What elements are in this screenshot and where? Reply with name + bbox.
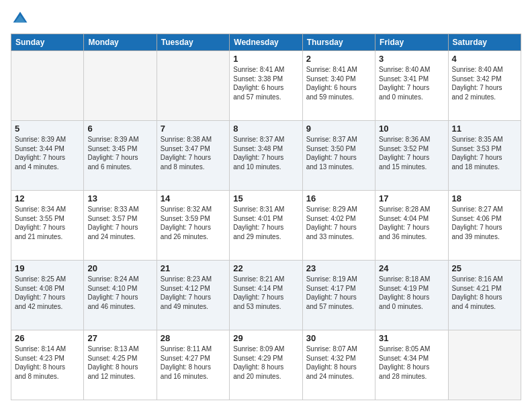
weekday-header-saturday: Saturday xyxy=(448,34,521,51)
cell-info-text: Sunrise: 8:09 AM Sunset: 4:29 PM Dayligh… xyxy=(233,345,298,381)
calendar-cell: 26Sunrise: 8:14 AM Sunset: 4:23 PM Dayli… xyxy=(11,330,84,400)
cell-info-text: Sunrise: 8:18 AM Sunset: 4:19 PM Dayligh… xyxy=(379,275,444,311)
cell-info-text: Sunrise: 8:40 AM Sunset: 3:41 PM Dayligh… xyxy=(379,65,444,101)
cell-day-number: 22 xyxy=(233,263,298,273)
cell-day-number: 6 xyxy=(87,124,152,134)
cell-day-number: 2 xyxy=(306,54,371,64)
calendar-cell: 16Sunrise: 8:29 AM Sunset: 4:02 PM Dayli… xyxy=(302,191,375,261)
calendar-row-2: 12Sunrise: 8:34 AM Sunset: 3:55 PM Dayli… xyxy=(11,191,521,261)
cell-day-number: 10 xyxy=(379,124,444,134)
calendar-cell: 14Sunrise: 8:32 AM Sunset: 3:59 PM Dayli… xyxy=(157,191,229,261)
cell-day-number: 29 xyxy=(233,333,298,343)
cell-info-text: Sunrise: 8:19 AM Sunset: 4:17 PM Dayligh… xyxy=(306,275,371,311)
calendar-cell: 29Sunrise: 8:09 AM Sunset: 4:29 PM Dayli… xyxy=(230,330,302,400)
cell-info-text: Sunrise: 8:29 AM Sunset: 4:02 PM Dayligh… xyxy=(306,205,371,241)
calendar-cell xyxy=(157,51,229,121)
calendar-cell: 4Sunrise: 8:40 AM Sunset: 3:42 PM Daylig… xyxy=(448,51,521,121)
cell-day-number: 14 xyxy=(161,193,226,203)
cell-info-text: Sunrise: 8:32 AM Sunset: 3:59 PM Dayligh… xyxy=(161,205,226,241)
cell-day-number: 30 xyxy=(306,333,371,343)
cell-info-text: Sunrise: 8:23 AM Sunset: 4:12 PM Dayligh… xyxy=(161,275,226,311)
cell-info-text: Sunrise: 8:07 AM Sunset: 4:32 PM Dayligh… xyxy=(306,345,371,381)
calendar-cell: 11Sunrise: 8:35 AM Sunset: 3:53 PM Dayli… xyxy=(448,121,521,191)
cell-day-number: 20 xyxy=(87,263,152,273)
cell-day-number: 31 xyxy=(379,333,444,343)
cell-info-text: Sunrise: 8:21 AM Sunset: 4:14 PM Dayligh… xyxy=(233,275,298,311)
calendar-row-1: 5Sunrise: 8:39 AM Sunset: 3:44 PM Daylig… xyxy=(11,121,521,191)
cell-day-number: 24 xyxy=(379,263,444,273)
cell-day-number: 7 xyxy=(161,124,226,134)
cell-info-text: Sunrise: 8:11 AM Sunset: 4:27 PM Dayligh… xyxy=(161,345,226,381)
cell-info-text: Sunrise: 8:37 AM Sunset: 3:48 PM Dayligh… xyxy=(233,135,298,171)
calendar-cell: 18Sunrise: 8:27 AM Sunset: 4:06 PM Dayli… xyxy=(448,191,521,261)
calendar-row-0: 1Sunrise: 8:41 AM Sunset: 3:38 PM Daylig… xyxy=(11,51,521,121)
cell-info-text: Sunrise: 8:41 AM Sunset: 3:38 PM Dayligh… xyxy=(233,65,298,101)
cell-info-text: Sunrise: 8:05 AM Sunset: 4:34 PM Dayligh… xyxy=(379,345,444,381)
weekday-header-wednesday: Wednesday xyxy=(230,34,302,51)
calendar-cell: 17Sunrise: 8:28 AM Sunset: 4:04 PM Dayli… xyxy=(375,191,448,261)
calendar-cell: 28Sunrise: 8:11 AM Sunset: 4:27 PM Dayli… xyxy=(157,330,229,400)
cell-info-text: Sunrise: 8:14 AM Sunset: 4:23 PM Dayligh… xyxy=(15,345,80,381)
weekday-header-sunday: Sunday xyxy=(11,34,84,51)
cell-day-number: 21 xyxy=(161,263,226,273)
cell-day-number: 18 xyxy=(452,193,517,203)
calendar-cell: 25Sunrise: 8:16 AM Sunset: 4:21 PM Dayli… xyxy=(448,261,521,330)
calendar-cell xyxy=(448,330,521,400)
calendar-cell: 1Sunrise: 8:41 AM Sunset: 3:38 PM Daylig… xyxy=(230,51,302,121)
calendar-cell: 8Sunrise: 8:37 AM Sunset: 3:48 PM Daylig… xyxy=(230,121,302,191)
cell-info-text: Sunrise: 8:25 AM Sunset: 4:08 PM Dayligh… xyxy=(15,275,80,311)
calendar-cell: 19Sunrise: 8:25 AM Sunset: 4:08 PM Dayli… xyxy=(11,261,84,330)
cell-day-number: 16 xyxy=(306,193,371,203)
header xyxy=(11,11,521,27)
cell-info-text: Sunrise: 8:13 AM Sunset: 4:25 PM Dayligh… xyxy=(87,345,152,381)
calendar-cell: 10Sunrise: 8:36 AM Sunset: 3:52 PM Dayli… xyxy=(375,121,448,191)
calendar-cell xyxy=(11,51,84,121)
calendar-cell: 7Sunrise: 8:38 AM Sunset: 3:47 PM Daylig… xyxy=(157,121,229,191)
cell-day-number: 9 xyxy=(306,124,371,134)
calendar-cell: 31Sunrise: 8:05 AM Sunset: 4:34 PM Dayli… xyxy=(375,330,448,400)
cell-info-text: Sunrise: 8:16 AM Sunset: 4:21 PM Dayligh… xyxy=(452,275,517,311)
calendar-cell: 6Sunrise: 8:39 AM Sunset: 3:45 PM Daylig… xyxy=(84,121,157,191)
page: SundayMondayTuesdayWednesdayThursdayFrid… xyxy=(0,0,532,411)
logo-icon xyxy=(12,11,28,27)
calendar-cell: 9Sunrise: 8:37 AM Sunset: 3:50 PM Daylig… xyxy=(302,121,375,191)
cell-day-number: 28 xyxy=(161,333,226,343)
cell-day-number: 15 xyxy=(233,193,298,203)
weekday-header-friday: Friday xyxy=(375,34,448,51)
weekday-header-monday: Monday xyxy=(84,34,157,51)
calendar-cell: 30Sunrise: 8:07 AM Sunset: 4:32 PM Dayli… xyxy=(302,330,375,400)
weekday-header-tuesday: Tuesday xyxy=(157,34,229,51)
calendar-cell: 27Sunrise: 8:13 AM Sunset: 4:25 PM Dayli… xyxy=(84,330,157,400)
calendar-cell: 22Sunrise: 8:21 AM Sunset: 4:14 PM Dayli… xyxy=(230,261,302,330)
calendar-row-3: 19Sunrise: 8:25 AM Sunset: 4:08 PM Dayli… xyxy=(11,261,521,330)
calendar-table: SundayMondayTuesdayWednesdayThursdayFrid… xyxy=(11,34,521,400)
calendar-cell: 13Sunrise: 8:33 AM Sunset: 3:57 PM Dayli… xyxy=(84,191,157,261)
calendar-cell: 24Sunrise: 8:18 AM Sunset: 4:19 PM Dayli… xyxy=(375,261,448,330)
cell-day-number: 13 xyxy=(87,193,152,203)
cell-day-number: 8 xyxy=(233,124,298,134)
cell-info-text: Sunrise: 8:39 AM Sunset: 3:45 PM Dayligh… xyxy=(87,135,152,171)
cell-day-number: 4 xyxy=(452,54,517,64)
cell-info-text: Sunrise: 8:34 AM Sunset: 3:55 PM Dayligh… xyxy=(15,205,80,241)
calendar-cell: 2Sunrise: 8:41 AM Sunset: 3:40 PM Daylig… xyxy=(302,51,375,121)
cell-info-text: Sunrise: 8:37 AM Sunset: 3:50 PM Dayligh… xyxy=(306,135,371,171)
cell-day-number: 5 xyxy=(15,124,80,134)
cell-day-number: 19 xyxy=(15,263,80,273)
cell-info-text: Sunrise: 8:41 AM Sunset: 3:40 PM Dayligh… xyxy=(306,65,371,101)
cell-info-text: Sunrise: 8:27 AM Sunset: 4:06 PM Dayligh… xyxy=(452,205,517,241)
cell-info-text: Sunrise: 8:33 AM Sunset: 3:57 PM Dayligh… xyxy=(87,205,152,241)
cell-day-number: 3 xyxy=(379,54,444,64)
cell-info-text: Sunrise: 8:38 AM Sunset: 3:47 PM Dayligh… xyxy=(161,135,226,171)
cell-info-text: Sunrise: 8:40 AM Sunset: 3:42 PM Dayligh… xyxy=(452,65,517,101)
cell-info-text: Sunrise: 8:28 AM Sunset: 4:04 PM Dayligh… xyxy=(379,205,444,241)
cell-day-number: 23 xyxy=(306,263,371,273)
cell-info-text: Sunrise: 8:24 AM Sunset: 4:10 PM Dayligh… xyxy=(87,275,152,311)
cell-day-number: 17 xyxy=(379,193,444,203)
calendar-cell xyxy=(84,51,157,121)
calendar-cell: 21Sunrise: 8:23 AM Sunset: 4:12 PM Dayli… xyxy=(157,261,229,330)
calendar-cell: 12Sunrise: 8:34 AM Sunset: 3:55 PM Dayli… xyxy=(11,191,84,261)
cell-info-text: Sunrise: 8:39 AM Sunset: 3:44 PM Dayligh… xyxy=(15,135,80,171)
cell-day-number: 25 xyxy=(452,263,517,273)
cell-day-number: 26 xyxy=(15,333,80,343)
calendar-row-4: 26Sunrise: 8:14 AM Sunset: 4:23 PM Dayli… xyxy=(11,330,521,400)
